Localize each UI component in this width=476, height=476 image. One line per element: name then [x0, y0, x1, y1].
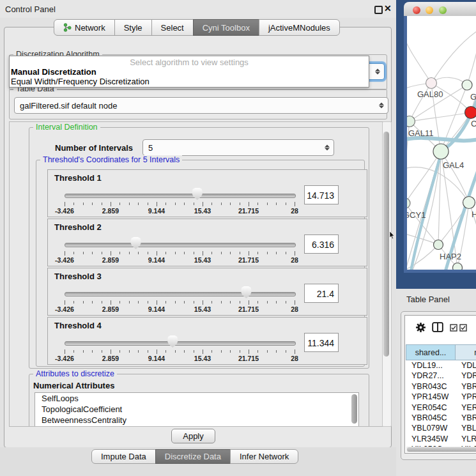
close-traffic-icon[interactable] [413, 6, 420, 14]
network-window-titlebar[interactable] [404, 2, 476, 17]
slider-thumb[interactable] [167, 335, 178, 348]
table-cell[interactable]: YBR0... [456, 413, 476, 423]
checkbox-checked-icon[interactable] [459, 324, 467, 332]
gear-icon[interactable] [415, 322, 426, 333]
slider-thumb[interactable] [130, 237, 141, 249]
network-edge[interactable] [467, 49, 476, 85]
network-node-label: C [471, 119, 476, 128]
settings-scrollbar[interactable] [382, 121, 392, 427]
number-of-intervals-combobox[interactable]: 5 [142, 139, 334, 156]
minimize-traffic-icon[interactable] [426, 6, 433, 14]
network-node[interactable] [465, 107, 476, 119]
slider-tick [175, 203, 176, 205]
network-edge[interactable] [407, 35, 431, 83]
checkbox-checked-icon[interactable] [450, 324, 457, 332]
table-row[interactable]: YBR045CYBR0... [406, 413, 476, 423]
threshold-1-value[interactable]: 14.713 [304, 185, 339, 204]
network-node[interactable] [463, 197, 475, 209]
table-row[interactable]: YLR345WYLR3... [406, 434, 476, 444]
threshold-2-value[interactable]: 6.316 [304, 234, 339, 254]
dropdown-option-equal-width[interactable]: Equal Width/Frequency Discretization [10, 77, 369, 86]
network-node[interactable] [453, 263, 463, 270]
network-edge[interactable] [431, 30, 476, 83]
slider-tick [102, 252, 102, 254]
tab-infer-network[interactable]: Infer Network [230, 449, 298, 464]
table-cell[interactable]: YBR043C [406, 381, 456, 392]
threshold-2-slider[interactable]: -3.4262.8599.14415.4321.71528 [65, 236, 295, 261]
network-edge[interactable] [407, 167, 469, 203]
threshold-4-value[interactable]: 11.344 [304, 333, 339, 352]
network-node[interactable] [407, 116, 415, 127]
column-header-name[interactable]: n... [455, 344, 476, 360]
table-cell[interactable]: YBR045C [406, 413, 456, 423]
slider-thumb[interactable] [241, 286, 252, 298]
slider-tick [119, 203, 120, 205]
table-cell[interactable]: YBL079W [406, 423, 456, 433]
list-item[interactable]: SelfLoops [35, 393, 358, 404]
numerical-attributes-list[interactable]: SelfLoops TopologicalCoefficient Between… [35, 392, 359, 427]
table-cell[interactable]: YDR27... [406, 371, 456, 381]
scrollbar-thumb[interactable] [383, 132, 389, 357]
tab-network[interactable]: Network [54, 19, 115, 36]
show-columns-icon[interactable] [432, 322, 443, 332]
threshold-1-slider[interactable]: -3.4262.8599.14415.4321.71528 [65, 187, 295, 212]
network-node[interactable] [434, 240, 443, 250]
network-node[interactable] [407, 198, 410, 208]
table-cell[interactable]: YLR3... [456, 434, 476, 444]
float-panel-icon[interactable] [374, 6, 383, 14]
slider-tick [221, 350, 222, 353]
table-cell[interactable]: YPR145W [406, 392, 456, 402]
table-row[interactable]: YPR145WYPR1... [406, 392, 476, 402]
table-cell[interactable]: YBR0... [456, 381, 476, 392]
tab-discretize-data[interactable]: Discretize Data [155, 449, 231, 464]
network-edge[interactable] [410, 83, 431, 121]
slider-tick [184, 252, 185, 254]
network-node[interactable] [426, 78, 437, 89]
table-row[interactable]: YDR27...YDR2... [406, 371, 476, 381]
table-hscrollbar[interactable] [406, 447, 476, 452]
table-cell[interactable]: YER054C [406, 403, 456, 413]
slider-thumb[interactable] [192, 188, 203, 200]
list-scrollbar[interactable] [351, 394, 357, 424]
table-cell[interactable]: YDL1... [456, 360, 476, 371]
maximize-traffic-icon[interactable] [439, 6, 447, 14]
control-panel-titlebar: Control Panel ✕ [0, 0, 396, 18]
slider-tick [240, 252, 240, 254]
table-data-combobox[interactable]: galFiltered.sif default node [14, 97, 388, 114]
threshold-4-slider[interactable]: -3.4262.8599.14415.4321.71528 [65, 334, 295, 360]
list-item[interactable]: TopologicalCoefficient [35, 404, 358, 415]
tab-select[interactable]: Select [151, 19, 194, 36]
table-cell[interactable]: YDL19... [406, 360, 456, 371]
tab-jactivemnodules[interactable]: jActiveMNodules [259, 19, 340, 36]
table-row[interactable]: YBR043CYBR0... [406, 381, 476, 392]
slider-tick [184, 203, 185, 205]
table-cell[interactable]: YDR2... [456, 371, 476, 381]
threshold-3-slider[interactable]: -3.4262.8599.14415.4321.71528 [65, 285, 295, 311]
tab-style[interactable]: Style [114, 19, 152, 36]
column-header-shared-name[interactable]: shared... [406, 344, 456, 360]
table-cell[interactable]: YBL0... [456, 423, 476, 433]
table-cell[interactable]: YPR1... [456, 392, 476, 402]
slider-tick [230, 203, 231, 205]
dropdown-option-manual[interactable]: Manual Discretization [10, 67, 369, 77]
network-node[interactable] [462, 80, 472, 90]
table-row[interactable]: YER054CYER0... [406, 403, 476, 413]
table-cell[interactable]: YER0... [456, 403, 476, 413]
network-edge[interactable] [407, 138, 476, 141]
tab-impute-data[interactable]: Impute Data [91, 449, 156, 464]
network-canvas[interactable]: GAL80GACGAL11GAL4GCY1HHAP2 [407, 16, 476, 270]
network-edge[interactable] [410, 112, 471, 121]
table-row[interactable]: YBL079WYBL0... [406, 423, 476, 433]
close-icon[interactable]: ✕ [384, 3, 392, 13]
table-cell[interactable]: YLR345W [406, 434, 456, 444]
slider-tick [230, 252, 231, 254]
network-node[interactable] [433, 144, 449, 159]
slider-tick [257, 203, 258, 205]
table-row[interactable]: YDL19...YDL1... [406, 360, 476, 371]
tab-cyni-toolbox[interactable]: Cyni Toolbox [193, 19, 259, 36]
threshold-3-value[interactable]: 21.4 [304, 284, 339, 303]
app-root: Control Panel ✕ Network Style Select [0, 0, 476, 476]
list-item[interactable]: BetweennessCentrality [35, 415, 358, 426]
scrollbar-thumb[interactable] [407, 447, 476, 452]
apply-button[interactable]: Apply [171, 429, 215, 443]
